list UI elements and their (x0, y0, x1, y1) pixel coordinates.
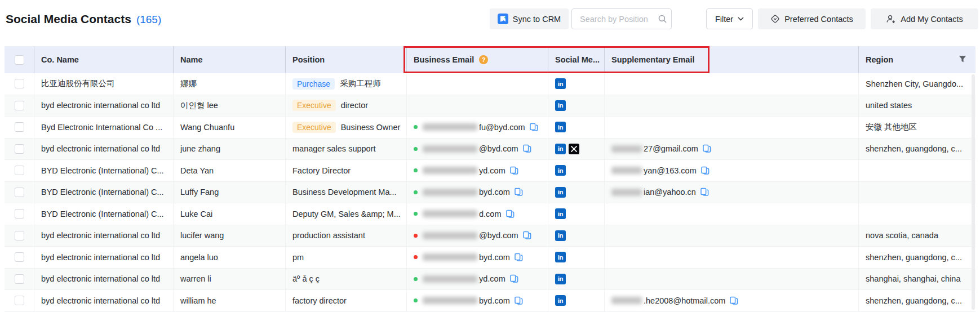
cell-name: Luffy Fang (174, 182, 286, 203)
table-row: byd electronic international co ltd이인형 l… (5, 95, 975, 117)
linkedin-icon[interactable]: in (555, 78, 566, 89)
cell-business-email: yd.com (407, 160, 548, 181)
sync-to-crm-button[interactable]: Sync to CRM (490, 8, 569, 29)
cell-position: pm (286, 247, 407, 268)
search-box[interactable] (571, 8, 672, 29)
cell-name: angela luo (174, 247, 286, 268)
linkedin-icon[interactable]: in (555, 165, 566, 176)
copy-icon[interactable] (514, 253, 523, 262)
linkedin-icon[interactable]: in (555, 295, 566, 306)
supplementary-email-text: yan@163.com (644, 166, 697, 175)
copy-icon[interactable] (529, 123, 538, 132)
copy-icon[interactable] (505, 210, 515, 219)
contact-count: (165) (136, 14, 161, 26)
linkedin-icon[interactable]: in (555, 187, 566, 198)
table-scrollbar[interactable] (972, 74, 975, 310)
table-row: byd electronic international co ltdlucif… (5, 225, 975, 247)
add-my-contacts-label: Add My Contacts (901, 15, 963, 24)
table-row: BYD Electronic (International) C...Luke … (5, 203, 975, 225)
add-my-contacts-button[interactable]: Add My Contacts (871, 8, 978, 29)
email-status-dot (414, 298, 418, 302)
copy-icon[interactable] (702, 144, 711, 153)
column-header-supplementary-email: Supplementary Email (611, 55, 694, 64)
cell-position: äº å ç ç (286, 269, 407, 290)
position-text: Business Development Ma... (292, 188, 397, 197)
page-title-wrap: Social Media Contacts (165) (6, 12, 161, 26)
row-checkbox[interactable] (15, 209, 24, 219)
copy-icon[interactable] (509, 274, 518, 283)
position-text: 采购工程师 (340, 78, 381, 89)
cell-supplementary-email: 27@gmail.com (605, 139, 859, 160)
cell-supplementary-email: yan@163.com (605, 160, 859, 181)
copy-icon[interactable] (522, 231, 531, 240)
redacted-email-part (423, 232, 477, 239)
cell-checkbox (5, 203, 34, 225)
copy-icon[interactable] (700, 188, 709, 197)
row-checkbox[interactable] (15, 122, 24, 132)
cell-name: Deta Yan (174, 160, 286, 181)
cell-business-email: fu@byd.com (407, 117, 548, 138)
search-input[interactable] (579, 14, 653, 24)
redacted-email-part (611, 145, 642, 153)
help-icon[interactable]: ? (479, 55, 488, 64)
cell-company: BYD Electronic (International) C... (34, 160, 174, 181)
row-checkbox[interactable] (15, 79, 24, 88)
row-checkbox[interactable] (15, 166, 24, 175)
copy-icon[interactable] (522, 144, 531, 153)
copy-icon[interactable] (700, 166, 709, 175)
filter-button[interactable]: Filter (706, 8, 753, 29)
linkedin-icon[interactable]: in (555, 100, 566, 111)
redacted-email-part (611, 297, 642, 304)
x-icon[interactable] (569, 144, 579, 154)
row-checkbox[interactable] (15, 231, 24, 240)
cell-region: shenzhen, guangdong, c... (859, 247, 975, 268)
row-checkbox[interactable] (15, 252, 24, 262)
column-header-business-email: Business Email (414, 55, 474, 64)
position-text: manager sales support (292, 144, 376, 153)
row-checkbox[interactable] (15, 188, 24, 197)
region-text: nova scotia, canada (866, 231, 938, 240)
row-checkbox[interactable] (15, 144, 24, 154)
position-text: Factory Director (292, 166, 351, 175)
column-header-social-media: Social Me... (555, 55, 600, 64)
select-all-checkbox[interactable] (15, 55, 24, 65)
row-checkbox[interactable] (15, 296, 24, 305)
position-text: pm (292, 253, 304, 262)
company-name: byd electronic international co ltd (41, 101, 160, 110)
company-name: byd electronic international co ltd (41, 253, 160, 262)
cell-company: 比亚迪股份有限公司 (34, 73, 174, 95)
company-name: byd electronic international co ltd (41, 296, 160, 305)
copy-icon[interactable] (514, 188, 523, 197)
cell-company: byd electronic international co ltd (34, 247, 174, 268)
cell-social-media: in (548, 160, 605, 181)
cell-checkbox (5, 73, 34, 95)
search-icon[interactable] (658, 14, 667, 24)
linkedin-icon[interactable]: in (555, 230, 566, 241)
row-checkbox[interactable] (15, 274, 24, 284)
preferred-contacts-label: Preferred Contacts (784, 15, 853, 24)
copy-icon[interactable] (729, 296, 738, 305)
cell-position: Business Development Ma... (286, 182, 407, 203)
region-filter-icon[interactable] (959, 55, 966, 63)
cell-social-media: in (548, 117, 605, 138)
preferred-contacts-button[interactable]: Preferred Contacts (758, 8, 866, 29)
business-email-text: byd.com (479, 253, 510, 262)
linkedin-icon[interactable]: in (555, 122, 566, 132)
linkedin-icon[interactable]: in (555, 208, 566, 219)
copy-icon[interactable] (509, 166, 518, 175)
region-text: Shenzhen City, Guangdo... (866, 79, 963, 88)
cell-region (859, 203, 975, 225)
company-name: byd electronic international co ltd (41, 274, 160, 283)
cell-position: production assistant (286, 225, 407, 247)
copy-icon[interactable] (514, 296, 523, 305)
cell-supplementary-email (605, 269, 859, 290)
cell-supplementary-email (605, 73, 859, 95)
header-cell-position: Position (286, 46, 407, 73)
redacted-email-part (423, 253, 477, 261)
redacted-email-part (423, 297, 477, 304)
table-row: BYD Electronic (International) C...Deta … (5, 160, 975, 182)
linkedin-icon[interactable]: in (555, 274, 566, 284)
linkedin-icon[interactable]: in (555, 144, 566, 154)
linkedin-icon[interactable]: in (555, 252, 566, 262)
row-checkbox[interactable] (15, 101, 24, 110)
